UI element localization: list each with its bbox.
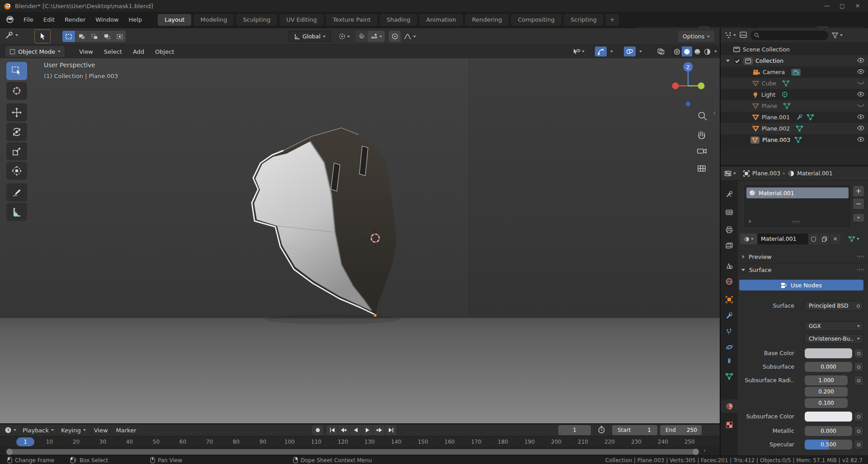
tab-object-icon[interactable] <box>721 292 738 307</box>
timeline-ruler[interactable]: 1 10203040506070809010011012013014015016… <box>0 436 720 447</box>
transform-orientation-dropdown[interactable]: Global <box>288 31 331 42</box>
gizmos-dropdown[interactable] <box>608 47 616 56</box>
mesh-data-icon[interactable] <box>783 80 789 86</box>
outliner-row-camera[interactable]: Camera <box>721 66 868 78</box>
socket-button[interactable] <box>854 440 863 450</box>
shading-rendered-button[interactable] <box>702 47 712 56</box>
overlays-dropdown[interactable] <box>637 47 645 56</box>
select-mode-intersect-button[interactable] <box>113 31 126 42</box>
panel-grip[interactable] <box>857 255 864 258</box>
collection-checkbox[interactable] <box>734 58 741 64</box>
tab-layout[interactable]: Layout <box>158 14 191 26</box>
slot-specials-dropdown[interactable] <box>853 213 864 222</box>
tab-object-data-icon[interactable] <box>721 369 738 384</box>
light-data-icon[interactable] <box>782 92 788 98</box>
slot-list-expand-icon[interactable] <box>749 220 751 223</box>
select-mode-extend-button[interactable] <box>75 31 88 42</box>
tab-tool-icon[interactable] <box>721 187 738 202</box>
maximize-button[interactable]: □ <box>835 3 850 9</box>
eye-closed-icon[interactable] <box>857 80 864 87</box>
viewport-menu-add[interactable]: Add <box>127 48 150 55</box>
region-collapse-chevron[interactable]: ‹ <box>713 110 716 116</box>
gizmo-x-axis[interactable] <box>672 83 679 89</box>
socket-button[interactable] <box>854 362 863 372</box>
select-mode-new-button[interactable] <box>62 31 75 42</box>
tab-compositing[interactable]: Compositing <box>511 14 561 26</box>
eye-open-icon[interactable] <box>857 69 864 75</box>
mesh-data-icon[interactable] <box>807 114 814 120</box>
tab-constraints-icon[interactable] <box>721 353 738 368</box>
timeline-marker-menu[interactable]: Marker <box>116 427 137 434</box>
timeline-scrollbar[interactable] <box>6 449 699 455</box>
timeline-view-menu[interactable]: View <box>94 427 108 434</box>
breadcrumb-object[interactable]: Plane.003 <box>752 170 780 177</box>
editor-type-selector[interactable] <box>5 31 18 40</box>
eye-open-icon[interactable] <box>857 91 864 98</box>
viewport-3d[interactable]: Z ‹ Object Mode View Select Add Object <box>0 45 720 423</box>
tool-annotate[interactable] <box>6 183 27 202</box>
select-mode-subtract-button[interactable] <box>88 31 100 42</box>
shading-material-button[interactable] <box>692 47 702 56</box>
object-visibility-dropdown[interactable] <box>571 47 586 56</box>
camera-data-icon[interactable] <box>791 69 801 76</box>
mesh-data-icon[interactable] <box>796 126 803 131</box>
tab-texture-icon[interactable] <box>721 417 738 432</box>
socket-button[interactable] <box>854 348 863 358</box>
mesh-data-icon[interactable] <box>795 137 802 143</box>
menu-render[interactable]: Render <box>60 14 90 26</box>
add-slot-button[interactable]: + <box>853 185 864 197</box>
panel-grip[interactable] <box>857 268 864 271</box>
remove-slot-button[interactable]: − <box>853 198 864 210</box>
base-color-swatch[interactable] <box>805 348 852 358</box>
tab-particles-icon[interactable] <box>721 324 738 338</box>
tab-render-icon[interactable] <box>721 205 738 220</box>
jump-to-start-button[interactable] <box>326 425 338 435</box>
tab-material-icon[interactable] <box>721 399 738 413</box>
viewport-menu-select[interactable]: Select <box>99 48 127 55</box>
next-keyframe-button[interactable] <box>373 425 385 435</box>
playback-menu[interactable]: Playback <box>23 427 54 434</box>
shading-wireframe-button[interactable] <box>672 47 682 56</box>
tab-modifiers-icon[interactable] <box>721 308 738 323</box>
subsurface-field[interactable]: 0.000 <box>805 362 852 372</box>
eye-open-icon[interactable] <box>857 114 864 121</box>
tool-transform[interactable] <box>6 162 27 180</box>
eye-closed-icon[interactable] <box>857 103 864 109</box>
slot-list-grip[interactable] <box>792 220 800 223</box>
menu-help[interactable]: Help <box>124 14 147 26</box>
shading-solid-button[interactable] <box>682 47 692 56</box>
subsurface-radius-y[interactable]: 0.200 <box>805 387 848 397</box>
fake-user-button[interactable] <box>808 234 819 244</box>
timeline-editor-selector[interactable] <box>5 427 16 434</box>
record-button[interactable] <box>312 425 324 435</box>
tab-uv-editing[interactable]: UV Editing <box>279 14 324 26</box>
properties-editor-selector[interactable] <box>724 170 736 177</box>
tab-modeling[interactable]: Modeling <box>193 14 234 26</box>
eye-open-icon[interactable] <box>857 136 864 143</box>
app-menu-button[interactable] <box>0 15 19 24</box>
socket-button[interactable] <box>854 375 863 385</box>
tab-scripting[interactable]: Scripting <box>564 14 604 26</box>
shading-dropdown[interactable] <box>712 47 719 56</box>
mesh-data-icon[interactable] <box>783 103 790 109</box>
scrollbar-left-handle[interactable] <box>6 449 13 455</box>
subsurface-radius-z[interactable]: 0.100 <box>805 398 848 408</box>
proportional-falloff-dropdown[interactable] <box>401 31 418 42</box>
surface-panel-header[interactable]: Surface <box>738 264 868 276</box>
tool-rotate[interactable] <box>6 123 27 141</box>
mode-dropdown[interactable]: Object Mode <box>5 46 65 57</box>
add-workspace-button[interactable]: + <box>606 14 619 26</box>
end-frame-field[interactable]: End 250 <box>660 425 702 435</box>
snap-toggle-button[interactable] <box>355 31 367 42</box>
options-dropdown[interactable]: Options <box>678 31 714 42</box>
material-slot-row[interactable]: Material.001 <box>746 187 849 198</box>
subsurface-color-swatch[interactable] <box>805 412 852 422</box>
tool-scale[interactable] <box>6 142 27 160</box>
unlink-material-button[interactable]: ✕ <box>830 234 840 244</box>
tool-select-box[interactable] <box>6 62 27 80</box>
active-tool-button[interactable] <box>34 29 51 43</box>
tab-output-icon[interactable] <box>721 222 738 237</box>
zoom-icon[interactable] <box>699 112 707 121</box>
play-button[interactable] <box>362 425 373 435</box>
current-frame-field[interactable]: 1 <box>558 425 591 435</box>
